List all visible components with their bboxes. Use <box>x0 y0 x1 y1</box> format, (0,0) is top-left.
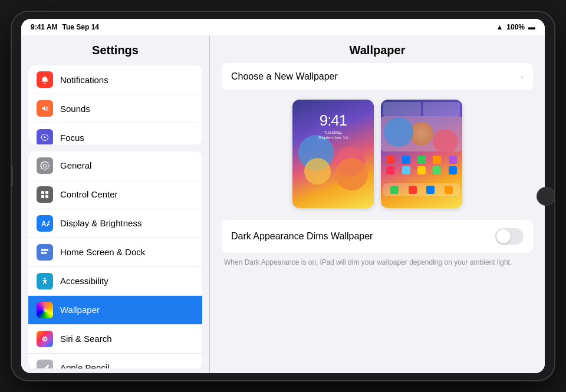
sidebar-item-control-center[interactable]: Control Center <box>28 180 202 209</box>
app-dot-10 <box>449 166 457 174</box>
time-display: 9:41 AM <box>31 23 58 31</box>
toggle-knob <box>496 229 511 243</box>
home-screen-dock-label: Home Screen & Dock <box>60 247 145 257</box>
app-dot-6 <box>386 166 394 174</box>
svg-text:AA: AA <box>41 220 50 228</box>
sidebar-item-siri-search[interactable]: Siri & Search <box>28 325 202 354</box>
wallpaper-label: Wallpaper <box>60 305 100 315</box>
main-content: Settings Notifications <box>21 35 545 373</box>
svg-rect-9 <box>47 249 48 251</box>
control-center-label: Control Center <box>60 189 118 199</box>
general-label: General <box>60 160 91 170</box>
top-widget-1 <box>383 102 421 116</box>
home-screen-preview[interactable] <box>381 100 462 208</box>
sidebar-item-accessibility[interactable]: Accessibility <box>28 267 202 296</box>
right-panel: Wallpaper Choose a New Wallpaper › <box>210 35 545 373</box>
sidebar-item-apple-pencil[interactable]: Apple Pencil <box>28 354 202 368</box>
blob-yellow <box>304 158 331 185</box>
wallpaper-previews: 9:41 Tuesday, September 14 <box>222 100 533 208</box>
spacer <box>381 176 462 181</box>
display-brightness-label: Display & Brightness <box>60 218 142 228</box>
sidebar-item-sounds[interactable]: Sounds <box>28 94 202 123</box>
focus-icon <box>37 129 53 144</box>
app-dot-3 <box>417 156 426 164</box>
siri-search-icon <box>37 331 53 347</box>
lock-time: 9:41 <box>313 111 354 130</box>
app-dot-8 <box>417 166 426 174</box>
sidebar-section-1: Notifications Sounds <box>28 65 202 144</box>
sidebar-item-wallpaper[interactable]: Wallpaper <box>28 296 202 325</box>
notifications-label: Notifications <box>60 75 108 85</box>
lock-screen-preview[interactable]: 9:41 Tuesday, September 14 <box>292 100 374 208</box>
blob-orange <box>335 158 368 190</box>
app-dot-9 <box>433 166 441 174</box>
chevron-right-icon: › <box>521 72 524 81</box>
sidebar-title: Settings <box>21 35 209 63</box>
battery-icon: ▬ <box>528 23 535 31</box>
home-dock <box>383 183 460 196</box>
siri-search-label: Siri & Search <box>60 334 112 344</box>
lock-screen-bg: 9:41 Tuesday, September 14 <box>292 100 374 208</box>
sidebar-item-general[interactable]: General <box>28 151 202 180</box>
choose-wallpaper-label: Choose a New Wallpaper <box>231 71 338 82</box>
status-bar: 9:41 AM Tue Sep 14 ▲ 100% ▬ <box>21 19 545 35</box>
ipad-frame: 9:41 AM Tue Sep 14 ▲ 100% ▬ Settings <box>12 12 554 380</box>
person-face <box>410 122 433 146</box>
dark-appearance-toggle[interactable] <box>495 228 524 245</box>
app-dot-1 <box>386 156 394 164</box>
home-button[interactable] <box>537 187 554 206</box>
svg-point-13 <box>44 338 46 340</box>
accessibility-icon <box>37 273 53 289</box>
home-blob-blue <box>384 117 413 147</box>
sidebar: Settings Notifications <box>21 35 210 373</box>
svg-rect-3 <box>45 195 48 198</box>
lock-date: Tuesday, September 14 <box>313 130 354 140</box>
svg-rect-0 <box>41 191 44 194</box>
dark-appearance-description: When Dark Appearance is on, iPad will di… <box>222 258 533 268</box>
battery-display: 100% <box>506 23 525 31</box>
home-screen-bg <box>381 100 462 208</box>
panel-content: Choose a New Wallpaper › <box>210 63 545 279</box>
svg-rect-6 <box>44 249 47 251</box>
choose-wallpaper-row[interactable]: Choose a New Wallpaper › <box>222 63 533 90</box>
general-icon <box>37 157 53 174</box>
wallpaper-icon <box>37 302 53 318</box>
app-dot-2 <box>402 156 410 164</box>
app-dot-4 <box>433 156 441 164</box>
app-dot-7 <box>402 166 410 174</box>
sidebar-item-notifications[interactable]: Notifications <box>28 65 202 94</box>
side-button[interactable] <box>12 167 13 186</box>
display-brightness-icon: AA <box>37 215 53 232</box>
dark-appearance-label: Dark Appearance Dims Wallpaper <box>231 231 373 242</box>
dark-appearance-row: Dark Appearance Dims Wallpaper <box>222 220 533 253</box>
status-left: 9:41 AM Tue Sep 14 <box>31 23 99 31</box>
svg-point-10 <box>44 278 46 279</box>
svg-rect-1 <box>45 191 48 194</box>
sidebar-item-home-screen-dock[interactable]: Home Screen & Dock <box>28 238 202 267</box>
dock-icon-orange <box>445 186 453 194</box>
svg-rect-5 <box>41 249 44 251</box>
sounds-label: Sounds <box>60 104 90 114</box>
notifications-icon <box>37 71 53 88</box>
lock-screen-content: 9:41 Tuesday, September 14 <box>313 111 354 140</box>
date-display: Tue Sep 14 <box>62 23 99 31</box>
svg-rect-8 <box>44 252 47 254</box>
sounds-icon <box>37 100 53 117</box>
svg-rect-2 <box>41 195 44 198</box>
sidebar-item-focus[interactable]: Focus <box>28 123 202 144</box>
wifi-icon: ▲ <box>496 23 503 31</box>
dock-icon-red <box>409 186 417 194</box>
dock-icon-blue <box>426 186 435 194</box>
home-screen-dock-icon <box>37 244 53 261</box>
svg-point-11 <box>43 308 47 312</box>
sidebar-item-display-brightness[interactable]: AA Display & Brightness <box>28 209 202 238</box>
accessibility-label: Accessibility <box>60 276 108 286</box>
apple-pencil-icon <box>37 360 53 368</box>
panel-title: Wallpaper <box>210 35 545 63</box>
status-right: ▲ 100% ▬ <box>496 23 535 31</box>
dock-icon-green <box>390 186 399 194</box>
app-dot-5 <box>449 156 457 164</box>
app-grid <box>381 154 462 176</box>
svg-rect-7 <box>41 252 44 254</box>
top-widget-2 <box>423 102 460 116</box>
